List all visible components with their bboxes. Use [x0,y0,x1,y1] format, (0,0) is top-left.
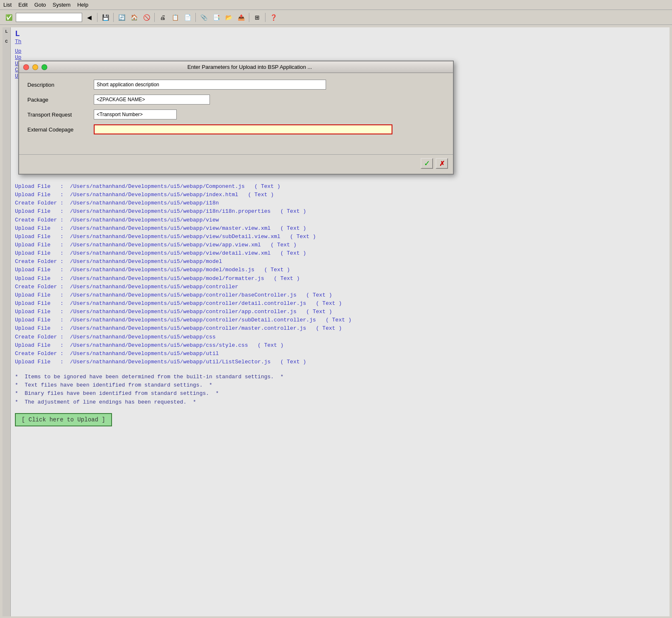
dialog-titlebar: Enter Parameters for Upload into BSP App… [19,61,453,73]
sep6 [265,13,265,22]
save-btn[interactable]: 💾 [100,12,111,23]
close-button[interactable] [23,64,29,70]
clipboard3-btn[interactable]: 📤 [236,12,246,23]
print3-btn[interactable]: 📄 [182,12,193,23]
dialog-footer: ✓ ✗ [19,154,453,174]
dialog-body: Description Package Transport Request Ex… [19,73,453,154]
dialog-cancel-button[interactable]: ✗ [436,158,448,169]
codepage-label: External Codepage [27,127,94,133]
menu-list[interactable]: List [3,2,12,8]
help-btn[interactable]: ❓ [268,12,279,23]
menu-help[interactable]: Help [77,2,88,8]
dialog-title: Enter Parameters for Upload into BSP App… [51,64,449,70]
clipboard-btn[interactable]: 📑 [211,12,222,23]
codepage-row: External Codepage [27,124,445,134]
grid-btn[interactable]: ⊞ [252,12,263,23]
transport-row: Transport Request [27,109,445,119]
sep2 [113,13,114,22]
attach-btn[interactable]: 📎 [198,12,209,23]
maximize-button[interactable] [41,64,47,70]
back-btn[interactable]: ◀ [84,12,95,23]
transport-input[interactable] [94,109,177,119]
x-icon: ✗ [439,160,445,168]
description-label: Description [27,82,94,88]
menubar: List Edit Goto System Help [0,0,672,10]
menu-goto[interactable]: Goto [34,2,46,8]
minimize-button[interactable] [32,64,38,70]
dialog-ok-button[interactable]: ✓ [421,158,433,169]
description-input[interactable] [94,80,326,90]
home-btn[interactable]: 🏠 [129,12,139,23]
menu-system[interactable]: System [53,2,71,8]
sep1 [97,13,97,22]
check-btn[interactable]: ✅ [3,12,14,23]
clipboard2-btn[interactable]: 📂 [223,12,234,23]
print-btn[interactable]: 🖨 [157,12,168,23]
dialog: Enter Parameters for Upload into BSP App… [18,61,454,175]
print2-btn[interactable]: 📋 [170,12,180,23]
main-area: L C L Th Up Up Up Cr Up Upload File : /U… [2,27,670,616]
transport-label: Transport Request [27,112,94,118]
dialog-spacer [27,139,445,148]
refresh-btn[interactable]: 🔄 [116,12,127,23]
sep4 [195,13,196,22]
package-input[interactable] [94,95,210,105]
search-input[interactable] [16,13,82,22]
check-icon: ✓ [424,159,430,168]
sep3 [154,13,155,22]
menu-edit[interactable]: Edit [18,2,27,8]
codepage-input[interactable] [94,124,392,134]
package-row: Package [27,95,445,105]
package-label: Package [27,97,94,103]
toolbar: ✅ ◀ 💾 🔄 🏠 🚫 🖨 📋 📄 📎 📑 📂 📤 ⊞ ❓ [0,10,672,25]
description-row: Description [27,80,445,90]
sep5 [249,13,249,22]
stop-btn[interactable]: 🚫 [141,12,152,23]
